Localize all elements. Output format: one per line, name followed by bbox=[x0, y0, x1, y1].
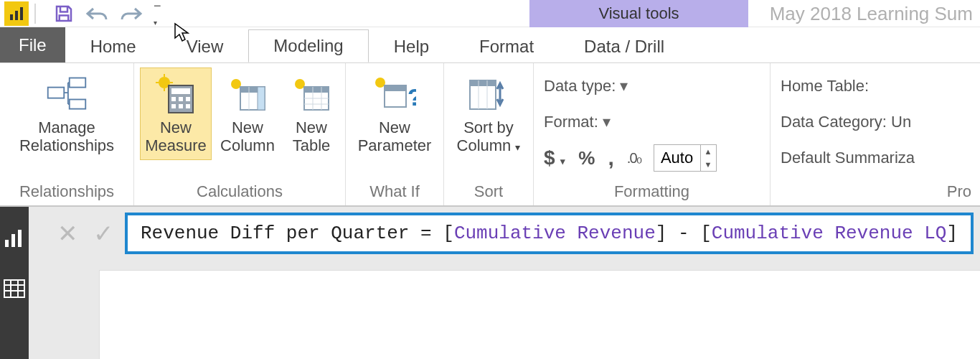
group-label: Pro bbox=[776, 180, 974, 205]
left-nav bbox=[0, 207, 29, 359]
tab-data-drill[interactable]: Data / Drill bbox=[559, 29, 689, 62]
new-column-button[interactable]: New Column bbox=[215, 67, 281, 160]
home-table-dropdown[interactable]: Home Table: bbox=[781, 70, 869, 102]
svg-rect-14 bbox=[179, 97, 183, 101]
relationships-icon bbox=[45, 73, 88, 116]
data-view-button[interactable] bbox=[0, 274, 29, 303]
label: New bbox=[160, 118, 192, 136]
svg-rect-17 bbox=[179, 104, 183, 108]
commit-formula-icon[interactable]: ✓ bbox=[93, 219, 113, 248]
label: New bbox=[296, 118, 327, 136]
new-parameter-button[interactable]: ? New Parameter bbox=[352, 67, 438, 160]
save-icon[interactable] bbox=[53, 3, 75, 24]
decimals-icon: .0₀ bbox=[627, 149, 641, 167]
ribbon-tab-row: File Home View Modeling Help Format Data… bbox=[0, 27, 980, 63]
label: Relationships bbox=[19, 136, 114, 154]
label: Sort by bbox=[463, 118, 514, 136]
label: Table bbox=[293, 136, 331, 154]
svg-rect-0 bbox=[10, 14, 13, 20]
svg-rect-3 bbox=[48, 88, 65, 98]
ribbon: Manage Relationships Relationships bbox=[0, 63, 980, 207]
svg-rect-12 bbox=[171, 88, 190, 94]
label: Column ▾ bbox=[457, 136, 521, 154]
bracket: ] bbox=[656, 223, 667, 244]
bracket: ] bbox=[946, 223, 958, 244]
svg-rect-42 bbox=[4, 280, 24, 297]
formula-bar[interactable]: Revenue Diff per Quarter = [Cumulative R… bbox=[125, 213, 974, 254]
document-title: May 2018 Learning Sum bbox=[770, 3, 973, 25]
group-label: Formatting bbox=[540, 180, 764, 205]
tab-help[interactable]: Help bbox=[369, 29, 454, 62]
svg-text:?: ? bbox=[407, 83, 416, 111]
group-whatif: ? New Parameter What If bbox=[346, 63, 444, 205]
label: Parameter bbox=[358, 136, 432, 154]
svg-point-19 bbox=[231, 79, 241, 89]
undo-icon[interactable] bbox=[85, 4, 109, 24]
contextual-tab-visual-tools: Visual tools bbox=[529, 0, 748, 27]
new-parameter-icon: ? bbox=[373, 73, 416, 116]
bracket: [ bbox=[700, 223, 712, 244]
label: Measure bbox=[145, 136, 207, 154]
measure-ref: Cumulative Revenue LQ bbox=[712, 223, 947, 244]
svg-rect-18 bbox=[186, 104, 190, 108]
measure-ref: Cumulative Revenue bbox=[454, 223, 656, 244]
svg-rect-13 bbox=[171, 97, 176, 101]
svg-rect-39 bbox=[5, 240, 9, 247]
svg-point-24 bbox=[295, 79, 305, 89]
qat-customize-icon[interactable]: −▾ bbox=[154, 0, 161, 29]
cancel-formula-icon[interactable]: ✕ bbox=[57, 219, 77, 248]
report-view-button[interactable] bbox=[0, 224, 29, 253]
group-label: Relationships bbox=[6, 180, 128, 205]
stepper-down-icon[interactable]: ▼ bbox=[701, 158, 716, 171]
app-icon bbox=[4, 1, 29, 26]
new-measure-button[interactable]: New Measure bbox=[140, 67, 212, 160]
data-type-dropdown[interactable]: Data type: bbox=[544, 70, 628, 102]
default-summarization-dropdown[interactable]: Default Summariza bbox=[781, 142, 915, 174]
svg-rect-33 bbox=[385, 85, 406, 91]
group-relationships: Manage Relationships Relationships bbox=[0, 63, 134, 205]
report-canvas[interactable] bbox=[99, 270, 980, 359]
sort-by-column-button[interactable]: Sort by Column ▾ bbox=[450, 67, 527, 160]
new-table-button[interactable]: New Table bbox=[283, 67, 339, 160]
stepper-up-icon[interactable]: ▲ bbox=[701, 145, 716, 158]
svg-rect-1 bbox=[15, 11, 18, 20]
group-label: What If bbox=[352, 180, 438, 205]
tab-home[interactable]: Home bbox=[65, 29, 161, 62]
svg-rect-4 bbox=[70, 78, 86, 88]
tab-format[interactable]: Format bbox=[454, 29, 559, 62]
qat-separator bbox=[34, 4, 36, 24]
cursor-icon bbox=[174, 22, 189, 42]
svg-rect-41 bbox=[18, 230, 22, 247]
new-measure-icon bbox=[154, 73, 197, 116]
currency-button[interactable]: $ ▾ bbox=[544, 146, 565, 169]
label: Column bbox=[220, 136, 275, 154]
decimals-input[interactable] bbox=[654, 145, 700, 171]
svg-rect-16 bbox=[171, 104, 176, 108]
redo-icon[interactable] bbox=[119, 4, 143, 24]
thousands-button[interactable]: , bbox=[608, 146, 613, 170]
svg-rect-15 bbox=[186, 97, 190, 101]
group-sort: Sort by Column ▾ Sort bbox=[444, 63, 534, 205]
percent-button[interactable]: % bbox=[578, 147, 595, 169]
canvas-area: ✕ ✓ Revenue Diff per Quarter = [Cumulati… bbox=[29, 207, 980, 359]
manage-relationships-button[interactable]: Manage Relationships bbox=[6, 67, 128, 160]
bracket: [ bbox=[443, 223, 454, 244]
sort-icon bbox=[467, 73, 510, 116]
formula-bar-row: ✕ ✓ Revenue Diff per Quarter = [Cumulati… bbox=[57, 213, 974, 254]
formula-text: Revenue Diff per Quarter = bbox=[141, 223, 443, 244]
data-category-dropdown[interactable]: Data Category: Un bbox=[781, 106, 911, 138]
label: New bbox=[379, 118, 410, 136]
svg-rect-26 bbox=[304, 87, 329, 93]
group-label: Calculations bbox=[140, 180, 339, 205]
group-formatting: Data type: Format: $ ▾ % , .0₀ ▲ ▼ Forma… bbox=[534, 63, 771, 205]
format-dropdown[interactable]: Format: bbox=[544, 106, 611, 138]
tab-file[interactable]: File bbox=[0, 27, 65, 62]
decimals-stepper[interactable]: ▲ ▼ bbox=[654, 144, 717, 172]
svg-rect-5 bbox=[70, 100, 86, 109]
tab-modeling[interactable]: Modeling bbox=[248, 29, 368, 62]
svg-rect-22 bbox=[258, 87, 265, 110]
quick-access-toolbar: −▾ bbox=[53, 0, 161, 29]
svg-rect-40 bbox=[11, 234, 15, 247]
group-properties: Home Table: Data Category: Un Default Su… bbox=[771, 63, 980, 205]
operator: - bbox=[666, 223, 700, 244]
